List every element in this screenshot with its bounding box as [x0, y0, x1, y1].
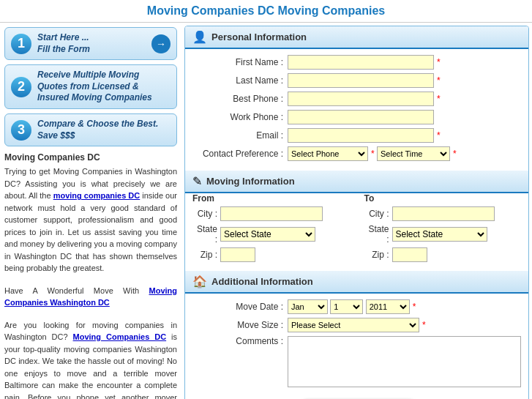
from-state-label: State : — [192, 224, 220, 245]
from-zip-label: Zip : — [192, 250, 220, 260]
move-year-dropdown[interactable]: 2011201220132014 — [366, 299, 410, 314]
step2-box: 2 Receive Multiple Moving Quotes from Li… — [4, 64, 177, 109]
first-name-input[interactable] — [288, 55, 434, 70]
page-title: Moving Companies DC Moving Companies — [0, 0, 532, 23]
last-name-input[interactable] — [288, 73, 434, 88]
best-phone-input[interactable] — [288, 92, 434, 106]
to-city-label: City : — [364, 209, 392, 219]
work-phone-row: Work Phone : — [192, 110, 521, 124]
sidebar-para2: Have A Wonderful Move With Moving Compan… — [4, 285, 177, 309]
last-name-row: Last Name : * — [192, 73, 521, 88]
comments-textarea[interactable] — [288, 336, 521, 387]
first-name-row: First Name : * — [192, 55, 521, 70]
select-time-dropdown[interactable]: Select Time Morning Afternoon Evening — [377, 146, 450, 161]
first-name-label: First Name : — [192, 57, 288, 67]
step3-box: 3 Compare & Choose the Best. Save $$$ — [4, 113, 177, 146]
step3-text: Compare & Choose the Best. Save $$$ — [37, 119, 171, 141]
move-size-row: Move Size : Please Select Studio 1 Bedro… — [192, 318, 521, 332]
move-date-row: Move Date : JanFebMarApr MayJunJulAug Se… — [192, 299, 521, 314]
step1-box: 1 Start Here ...Fill the Form → — [4, 27, 177, 60]
work-phone-label: Work Phone : — [192, 112, 288, 122]
to-zip-input[interactable] — [392, 247, 427, 262]
comments-label: Comments : — [192, 336, 288, 346]
time-required: * — [453, 149, 457, 159]
additional-info-header: 🏠 Additional Information — [185, 271, 528, 294]
additional-info-icon: 🏠 — [192, 275, 207, 288]
to-zip-row: Zip : — [364, 247, 522, 262]
sidebar-heading: Moving Companies DC — [4, 152, 177, 163]
additional-info-section: Move Date : JanFebMarApr MayJunJulAug Se… — [185, 294, 528, 399]
move-day-dropdown[interactable]: 12345 678910 1112131415 1617181920 21222… — [330, 299, 363, 314]
personal-info-icon: 👤 — [192, 30, 207, 44]
move-date-label: Move Date : — [192, 302, 288, 312]
sidebar-para3: Are you looking for moving companies in … — [4, 319, 177, 399]
comments-row: Comments : — [192, 336, 521, 387]
personal-info-title: Personal Information — [211, 31, 307, 42]
phone-required: * — [371, 149, 375, 159]
step1-number: 1 — [11, 34, 31, 54]
step1-arrow[interactable]: → — [151, 34, 171, 53]
best-phone-required: * — [437, 94, 441, 104]
select-phone-dropdown[interactable]: Select Phone Home Phone Work Phone Cell … — [288, 146, 368, 161]
from-zip-input[interactable] — [220, 247, 255, 262]
personal-info-section: First Name : * Last Name : * Best Phone … — [185, 49, 528, 171]
form-panel: 👤 Personal Information First Name : * La… — [184, 26, 529, 399]
to-column: To City : State : Select State AlabamaAl… — [364, 193, 522, 265]
to-heading: To — [364, 193, 522, 204]
step1-text: Start Here ...Fill the Form — [37, 32, 146, 55]
from-state-dropdown[interactable]: Select State AlabamaAlaskaArizona Califo… — [220, 227, 315, 242]
move-size-dropdown[interactable]: Please Select Studio 1 Bedroom 2 Bedroom… — [288, 318, 419, 332]
to-state-dropdown[interactable]: Select State AlabamaAlaskaArizona Califo… — [392, 227, 487, 242]
step2-number: 2 — [11, 77, 31, 97]
to-city-row: City : — [364, 206, 522, 221]
move-date-required: * — [413, 302, 416, 312]
move-month-dropdown[interactable]: JanFebMarApr MayJunJulAug SepOctNovDec — [288, 299, 328, 314]
from-heading: From — [192, 193, 350, 204]
sidebar: 1 Start Here ...Fill the Form → 2 Receiv… — [0, 23, 181, 399]
email-row: Email : * — [192, 128, 521, 143]
from-city-row: City : — [192, 206, 350, 221]
email-required: * — [437, 130, 441, 141]
last-name-label: Last Name : — [192, 75, 288, 86]
contact-pref-label: Contact Preference : — [192, 149, 288, 159]
from-column: From City : State : Select State Alabama… — [192, 193, 350, 265]
to-state-label: State : — [364, 224, 392, 245]
additional-info-title: Additional Information — [211, 276, 313, 287]
moving-companies-dc-link2[interactable]: Moving Companies DC — [73, 332, 167, 341]
best-phone-row: Best Phone : * — [192, 92, 521, 106]
best-phone-label: Best Phone : — [192, 94, 288, 104]
moving-companies-washington-link[interactable]: Moving Companies Washington DC — [4, 286, 177, 307]
email-input[interactable] — [288, 128, 434, 143]
moving-info-header: ✎ Moving Information — [185, 171, 528, 193]
moving-info-section: From City : State : Select State Alabama… — [185, 193, 528, 271]
moving-companies-dc-link1[interactable]: moving companies DC — [53, 191, 141, 200]
from-zip-row: Zip : — [192, 247, 350, 262]
step3-number: 3 — [11, 120, 31, 141]
move-size-label: Move Size : — [192, 320, 288, 330]
move-size-required: * — [422, 320, 426, 330]
to-state-row: State : Select State AlabamaAlaskaArizon… — [364, 224, 522, 245]
from-city-label: City : — [192, 209, 220, 219]
moving-info-icon: ✎ — [192, 174, 202, 188]
sidebar-para1: Trying to get Moving Companies in Washin… — [4, 165, 177, 275]
first-name-required: * — [437, 57, 441, 67]
from-city-input[interactable] — [220, 206, 323, 221]
personal-info-header: 👤 Personal Information — [185, 26, 528, 49]
last-name-required: * — [437, 75, 441, 86]
to-zip-label: Zip : — [364, 250, 392, 260]
moving-info-title: Moving Information — [206, 176, 295, 187]
to-city-input[interactable] — [392, 206, 495, 221]
step2-text: Receive Multiple Moving Quotes from Lice… — [37, 70, 171, 104]
from-state-row: State : Select State AlabamaAlaskaArizon… — [192, 224, 350, 245]
work-phone-input[interactable] — [288, 110, 434, 124]
contact-pref-row: Contact Preference : Select Phone Home P… — [192, 146, 521, 161]
email-label: Email : — [192, 130, 288, 141]
